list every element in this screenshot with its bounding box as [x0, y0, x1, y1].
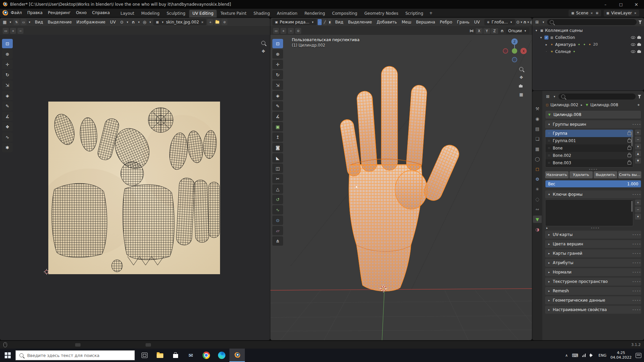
- outliner-row-collection[interactable]: Collection: [532, 34, 644, 41]
- camera-icon[interactable]: [637, 49, 642, 54]
- rip-region-tool[interactable]: ⋔: [272, 236, 283, 246]
- select-mode-new[interactable]: [3, 28, 9, 34]
- outliner-search-field[interactable]: [547, 19, 637, 25]
- viewport-canvas[interactable]: ⊡ ⊕ ✛ ↻: [270, 35, 532, 340]
- snap-magnet-icon[interactable]: [523, 19, 527, 25]
- cursor-tool[interactable]: ⊕: [2, 49, 13, 59]
- breadcrumb-object[interactable]: Цилиндр.002: [550, 103, 578, 107]
- edge-button[interactable]: [214, 349, 229, 362]
- output-tab[interactable]: ▤: [533, 125, 542, 132]
- modifiers-tab[interactable]: ⚙: [533, 175, 542, 183]
- move-tool[interactable]: ✛: [2, 60, 13, 69]
- menu-item[interactable]: Окно: [73, 9, 90, 17]
- file-explorer-button[interactable]: [152, 349, 168, 362]
- start-button[interactable]: [0, 349, 15, 362]
- remove-shape-key-button[interactable]: [635, 206, 641, 213]
- uv-canvas[interactable]: ⊡ ⊕ ✛ ↻: [0, 35, 270, 340]
- proportional-edit-icon[interactable]: [530, 19, 532, 25]
- move-tool[interactable]: ✛: [272, 60, 283, 69]
- eye-icon[interactable]: [631, 35, 636, 40]
- vertex-group-item[interactable]: Bone.003: [545, 159, 633, 167]
- tool-tab[interactable]: ⚒: [533, 105, 542, 112]
- editor-type-icon[interactable]: [545, 94, 550, 99]
- close-button[interactable]: [629, 0, 644, 9]
- pivot-caret-icon[interactable]: [125, 20, 129, 24]
- view-layer-tab[interactable]: ❏: [533, 135, 542, 142]
- bevel-tool[interactable]: ◣: [272, 153, 283, 163]
- knife-tool[interactable]: ✂: [272, 174, 283, 183]
- relax-tool[interactable]: ∿: [2, 132, 13, 142]
- microsoft-store-button[interactable]: [168, 349, 183, 362]
- task-view-button[interactable]: [137, 349, 152, 362]
- properties-panel-header[interactable]: Remesh: [545, 287, 641, 295]
- lock-icon[interactable]: [628, 147, 631, 150]
- add-vertex-group-button[interactable]: [635, 129, 641, 135]
- mirror-axis-toggle[interactable]: Y: [483, 28, 490, 34]
- viewport-menu-item[interactable]: Вид: [333, 18, 345, 26]
- snap-caret-icon[interactable]: [527, 20, 529, 24]
- vertex-group-action-button[interactable]: Назначить: [545, 171, 569, 178]
- transform-tool[interactable]: ◈: [2, 91, 13, 100]
- viewport-menu-item[interactable]: UV: [472, 18, 482, 26]
- editor-type-caret-icon[interactable]: [552, 95, 556, 99]
- select-mode-extend[interactable]: [10, 28, 16, 34]
- workspace-tab[interactable]: Animation: [274, 10, 301, 17]
- render-tab[interactable]: ◉: [533, 115, 542, 122]
- rotate-tool[interactable]: ↻: [2, 70, 13, 79]
- camera-icon[interactable]: [637, 35, 642, 40]
- eye-icon[interactable]: [631, 42, 636, 47]
- shear-tool[interactable]: ▱: [272, 226, 283, 235]
- viewport-menu-item[interactable]: Выделение: [346, 18, 374, 26]
- loop-cut-tool[interactable]: ◫: [272, 164, 283, 173]
- blender-taskbar-button[interactable]: [229, 349, 245, 362]
- properties-panel-header[interactable]: Атрибуты: [545, 259, 641, 267]
- pin-icon[interactable]: [636, 102, 641, 108]
- editor-type-icon[interactable]: [534, 19, 540, 25]
- add-workspace-button[interactable]: +: [427, 11, 435, 15]
- new-image-button[interactable]: [207, 19, 213, 25]
- properties-panel-header[interactable]: Настраиваемые свойства: [545, 306, 641, 314]
- options-dropdown[interactable]: Опции: [506, 27, 529, 34]
- search-input[interactable]: [26, 353, 131, 358]
- menu-item[interactable]: Рендеринг: [45, 9, 73, 17]
- properties-panel-header[interactable]: Текстурное пространство: [545, 278, 641, 286]
- lock-icon[interactable]: [628, 162, 631, 165]
- pivot-caret-icon[interactable]: [521, 20, 522, 24]
- taskbar-search[interactable]: [15, 350, 135, 360]
- outliner-row-sun[interactable]: Солнце: [532, 48, 644, 55]
- workspace-tab[interactable]: Scripting: [402, 10, 426, 17]
- uv-menu-item[interactable]: Выделение: [45, 18, 74, 26]
- maximize-button[interactable]: [613, 0, 629, 9]
- viewport-menu-item[interactable]: Меш: [399, 18, 414, 26]
- editor-type-icon[interactable]: [2, 19, 7, 25]
- action-center-icon[interactable]: [636, 353, 641, 358]
- uv-menu-item[interactable]: UV: [108, 18, 118, 26]
- language-indicator[interactable]: ENG: [598, 353, 606, 358]
- image-unlink-x-icon[interactable]: [200, 20, 204, 24]
- cursor-tool[interactable]: ⊕: [272, 49, 283, 59]
- uv-menu-item[interactable]: Изображение: [74, 18, 108, 26]
- shape-key-specials-button[interactable]: [635, 214, 641, 220]
- open-image-button[interactable]: [214, 19, 220, 25]
- new-scene-icon[interactable]: [595, 11, 599, 15]
- mirror-axis-toggle[interactable]: Z: [491, 28, 498, 34]
- spin-tool[interactable]: ↺: [272, 195, 283, 204]
- pivot-point-icon[interactable]: [119, 19, 124, 25]
- perspective-toggle-icon[interactable]: [519, 92, 524, 97]
- vertex-group-action-button[interactable]: Выделить: [594, 171, 617, 178]
- workspace-tab[interactable]: Modeling: [138, 10, 163, 17]
- grab-tool[interactable]: ❖: [2, 122, 13, 131]
- breadcrumb-data[interactable]: Цилиндр.008: [590, 103, 618, 107]
- workspace-tab[interactable]: UV Editing: [189, 10, 217, 17]
- uv-menu-item[interactable]: Вид: [33, 18, 45, 26]
- keyboard-icon[interactable]: [572, 353, 578, 358]
- workspace-tab[interactable]: Compositing: [329, 10, 361, 17]
- properties-panel-header[interactable]: UV-карты: [545, 231, 641, 239]
- blender-menu-button[interactable]: [2, 10, 8, 16]
- image-selector[interactable]: skin_tex.jpg.002: [153, 19, 206, 25]
- collection-checkbox[interactable]: [544, 36, 548, 40]
- lock-icon[interactable]: [628, 132, 631, 135]
- snap-magnet-icon[interactable]: [130, 19, 136, 25]
- mirror-icon[interactable]: [469, 28, 474, 34]
- measure-tool[interactable]: ∡: [2, 112, 13, 121]
